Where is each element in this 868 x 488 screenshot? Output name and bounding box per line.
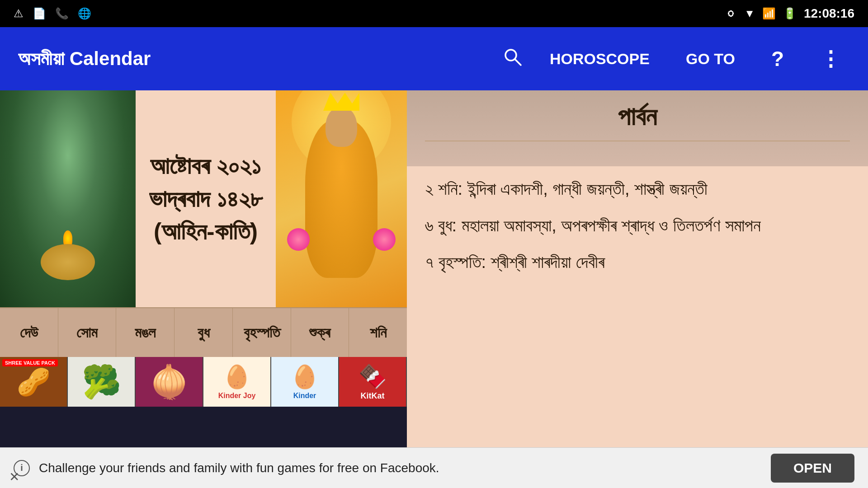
day-wed: বুধ <box>175 308 233 357</box>
document-icon: 📄 <box>33 7 46 20</box>
day-mon: সোম <box>58 308 117 357</box>
goddess-figure <box>283 99 400 298</box>
search-button[interactable] <box>503 47 523 71</box>
wifi-icon: ▼ <box>744 7 755 20</box>
parbona-content: ২ শনি: ইন্দিৰা একাদশী, গান্ধী জয়ন্তী, শ… <box>425 175 850 276</box>
calendar-days-row: দেউ সোম মঙল বুধ বৃহস্পতি শুক্ৰ শনি <box>0 307 407 357</box>
day-sun: দেউ <box>0 308 58 357</box>
ad-close-button[interactable]: ✕ <box>9 469 19 484</box>
ad-banner: i Challenge your friends and family with… <box>0 447 868 488</box>
more-menu-button[interactable]: ⋮ <box>811 42 850 75</box>
product-kitkat[interactable]: 🍫 KitKat <box>339 357 407 407</box>
lamp-decoration <box>41 244 95 280</box>
help-button[interactable]: ? <box>762 42 793 75</box>
battery-icon: 🔋 <box>783 7 797 20</box>
product-cauliflower[interactable]: 🥦 <box>68 357 136 407</box>
ad-open-button[interactable]: OPEN <box>771 454 854 483</box>
day-tue: মঙল <box>116 308 175 357</box>
goddess-image <box>276 90 407 307</box>
clock: 12:08:16 <box>804 6 854 21</box>
status-icons-right: ⭘ ▼ 📶 🔋 12:08:16 <box>726 6 854 21</box>
product-onion[interactable]: 🧅 <box>136 357 203 407</box>
app-title: অসমীয়া Calendar <box>18 48 485 70</box>
goddess-body <box>305 120 377 278</box>
phone-icon: 📞 <box>55 7 69 20</box>
bluetooth-icon: ⭘ <box>726 7 737 20</box>
parbona-entry-3: ৭ বৃহস্পতি: শ্ৰীশ্ৰী শাৰদীয়া দেবীৰ <box>425 249 850 276</box>
festival-image <box>0 90 136 307</box>
products-row: 🥜 SHREE VALUE PACK 🥦 🧅 🥚 Kinder Joy <box>0 357 407 407</box>
right-panel: পাৰ্বন ২ শনি: ইন্দিৰা একাদশী, গান্ধী জয়… <box>407 90 868 447</box>
globe-icon: 🌐 <box>78 7 91 20</box>
top-section: আষ্টোবৰ ২০২১ ভাদ্ৰবাদ ১৪২৮ (আহিন-কাতি) <box>0 90 407 307</box>
app-header: অসমীয়া Calendar HOROSCOPE GO TO ? ⋮ <box>0 27 868 90</box>
goto-button[interactable]: GO TO <box>677 46 744 72</box>
horoscope-button[interactable]: HOROSCOPE <box>541 46 659 72</box>
ad-text: Challenge your friends and family with f… <box>39 459 762 477</box>
day-sat: শনি <box>349 308 407 357</box>
parbona-title: পাৰ্বন <box>425 102 850 141</box>
product-kinder-joy1[interactable]: 🥚 Kinder Joy <box>203 357 271 407</box>
status-bar: ⚠ 📄 📞 🌐 ⭘ ▼ 📶 🔋 12:08:16 <box>0 0 868 27</box>
product-kinder-joy2[interactable]: 🥚 Kinder <box>271 357 339 407</box>
main-content: আষ্টোবৰ ২০২১ ভাদ্ৰবাদ ১৪২৮ (আহিন-কাতি) <box>0 90 868 447</box>
svg-line-1 <box>515 59 521 65</box>
signal-icon: 📶 <box>762 7 776 20</box>
month-year-text: আষ্টোবৰ ২০২১ ভাদ্ৰবাদ ১৪২৮ (আহিন-কাতি) <box>149 150 262 248</box>
product-nuts[interactable]: 🥜 SHREE VALUE PACK <box>0 357 68 407</box>
month-info: আষ্টোবৰ ২০২১ ভাদ্ৰবাদ ১৪২৮ (আহিন-কাতি) <box>136 90 276 307</box>
product-label-nuts: SHREE VALUE PACK <box>2 359 58 366</box>
day-fri: শুক্ৰ <box>291 308 349 357</box>
status-icons-left: ⚠ 📄 📞 🌐 <box>14 7 91 20</box>
left-panel: আষ্টোবৰ ২০২১ ভাদ্ৰবাদ ১৪২৮ (আহিন-কাতি) <box>0 90 407 447</box>
day-thu: বৃহস্পতি <box>233 308 291 357</box>
warning-icon: ⚠ <box>14 7 24 20</box>
parbona-entry-2: ৬ বুধ: মহালয়া অমাবস্যা, অপৰপক্ষীৰ শ্ৰাদ… <box>425 212 850 239</box>
parbona-entry-1: ২ শনি: ইন্দিৰা একাদশী, গান্ধী জয়ন্তী, শ… <box>425 175 850 203</box>
